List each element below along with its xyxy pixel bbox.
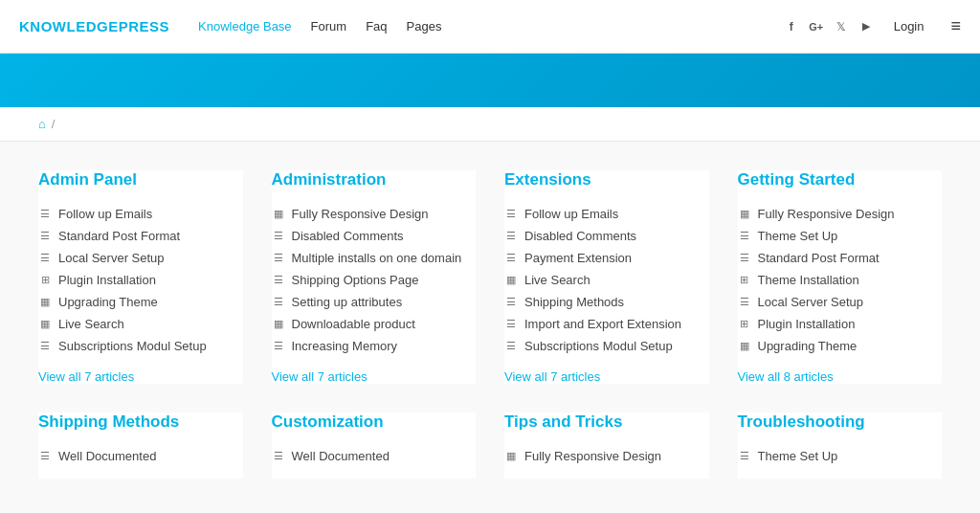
article-item[interactable]: ⊞Theme Installation [738,269,943,291]
nav-knowledge-base[interactable]: Knowledge Base [198,19,292,33]
doc-icon: ☰ [738,296,751,309]
article-item[interactable]: ⊞Plugin Installation [738,313,943,335]
article-item[interactable]: ▦Fully Responsive Design [272,203,477,225]
category-title-getting-started: Getting Started [738,170,943,190]
site-logo[interactable]: KNOWLEDGEPRESS [19,18,169,34]
article-list-tips-tricks: ▦Fully Responsive Design [504,445,709,467]
article-label: Follow up Emails [524,207,618,221]
category-tips-tricks: Tips and Tricks▦Fully Responsive Design [504,413,709,479]
article-item[interactable]: ☰Standard Post Format [738,247,943,269]
category-title-customization: Customization [272,413,477,432]
category-extensions: Extensions☰Follow up Emails☰Disabled Com… [504,170,709,384]
facebook-icon[interactable]: f [783,18,800,35]
article-label: Plugin Installation [758,317,856,331]
nav-pages[interactable]: Pages [407,19,442,33]
logo-accent: PRESS [119,18,169,34]
article-item[interactable]: ☰Disabled Comments [504,225,709,247]
article-item[interactable]: ▦Fully Responsive Design [504,445,709,467]
category-shipping-methods: Shipping Methods☰Well Documented [38,413,243,479]
article-item[interactable]: ☰Shipping Methods [504,291,709,313]
article-item[interactable]: ☰Shipping Options Page [272,269,477,291]
article-label: Subscriptions Modul Setup [524,339,673,353]
view-all-link-extensions[interactable]: View all 7 articles [504,369,600,384]
article-label: Upgrading Theme [758,339,858,353]
article-item[interactable]: ⊞Plugin Installation [38,269,243,291]
site-header: KNOWLEDGEPRESS Knowledge Base Forum Faq … [0,0,980,54]
article-label: Setting up attributes [292,295,403,309]
category-title-extensions: Extensions [504,170,709,190]
article-item[interactable]: ☰Theme Set Up [738,225,943,247]
article-item[interactable]: ☰Setting up attributes [272,291,477,313]
article-item[interactable]: ☰Local Server Setup [738,291,943,313]
doc-icon: ☰ [38,230,52,243]
article-list-extensions: ☰Follow up Emails☰Disabled Comments☰Paym… [504,203,709,357]
main-content: Admin Panel☰Follow up Emails☰Standard Po… [0,142,980,513]
login-link[interactable]: Login [894,19,924,33]
article-item[interactable]: ☰Multiple installs on one domain [272,247,477,269]
grid-icon: ⊞ [738,274,751,287]
doc-icon: ☰ [504,296,518,309]
article-label: Upgrading Theme [58,295,158,309]
article-label: Fully Responsive Design [292,207,429,221]
article-label: Live Search [58,317,124,331]
view-all-link-getting-started[interactable]: View all 8 articles [738,369,834,384]
doc-icon: ☰ [38,340,52,353]
category-title-tips-tricks: Tips and Tricks [504,413,709,432]
article-item[interactable]: ☰Increasing Memory [272,335,477,357]
article-list-admin-panel: ☰Follow up Emails☰Standard Post Format☰L… [38,203,243,357]
nav-faq[interactable]: Faq [366,19,387,33]
img-icon: ▦ [738,340,751,353]
article-item[interactable]: ☰Follow up Emails [504,203,709,225]
article-label: Shipping Methods [524,295,624,309]
article-item[interactable]: ☰Local Server Setup [38,247,243,269]
view-all-link-admin-panel[interactable]: View all 7 articles [38,369,134,384]
img-icon: ▦ [38,296,52,309]
article-list-getting-started: ▦Fully Responsive Design☰Theme Set Up☰St… [738,203,943,357]
header-right: f G+ 𝕏 ▶ Login ≡ [783,16,961,36]
breadcrumb-home-icon[interactable]: ⌂ [38,117,46,131]
article-list-customization: ☰Well Documented [272,445,477,467]
article-item[interactable]: ☰Theme Set Up [738,445,943,467]
doc-icon: ☰ [504,340,518,353]
doc-icon: ☰ [38,450,52,463]
img-icon: ▦ [504,450,518,463]
article-list-troubleshooting: ☰Theme Set Up [738,445,943,467]
article-label: Standard Post Format [758,251,880,265]
article-item[interactable]: ▦Fully Responsive Design [738,203,943,225]
article-item[interactable]: ☰Standard Post Format [38,225,243,247]
nav-forum[interactable]: Forum [311,19,347,33]
article-item[interactable]: ☰Subscriptions Modul Setup [38,335,243,357]
logo-text: KNOWLEDGE [19,18,119,34]
article-label: Fully Responsive Design [524,449,661,463]
categories-grid: Admin Panel☰Follow up Emails☰Standard Po… [38,170,942,384]
view-all-link-administration[interactable]: View all 7 articles [272,369,368,384]
article-item[interactable]: ☰Follow up Emails [38,203,243,225]
doc-icon: ☰ [38,252,52,265]
article-label: Well Documented [292,449,390,463]
doc-icon: ☰ [738,230,751,243]
article-item[interactable]: ☰Well Documented [272,445,477,467]
article-item[interactable]: ▦Live Search [38,313,243,335]
article-label: Local Server Setup [758,295,864,309]
article-item[interactable]: ▦Downloadable product [272,313,477,335]
article-list-shipping-methods: ☰Well Documented [38,445,243,467]
youtube-icon[interactable]: ▶ [858,18,875,35]
article-item[interactable]: ▦Upgrading Theme [738,335,943,357]
article-label: Multiple installs on one domain [292,251,462,265]
article-item[interactable]: ☰Subscriptions Modul Setup [504,335,709,357]
article-item[interactable]: ☰Well Documented [38,445,243,467]
article-label: Plugin Installation [58,273,156,287]
article-item[interactable]: ▦Upgrading Theme [38,291,243,313]
doc-icon: ☰ [272,274,285,287]
hamburger-icon[interactable]: ≡ [950,16,961,36]
twitter-icon[interactable]: 𝕏 [833,18,850,35]
article-item[interactable]: ▦Live Search [504,269,709,291]
grid-icon: ⊞ [738,318,751,331]
main-nav: Knowledge Base Forum Faq Pages [198,19,441,33]
article-item[interactable]: ☰Import and Export Extension [504,313,709,335]
googleplus-icon[interactable]: G+ [808,18,825,35]
article-item[interactable]: ☰Disabled Comments [272,225,477,247]
article-label: Local Server Setup [58,251,165,265]
article-item[interactable]: ☰Payment Extension [504,247,709,269]
article-label: Fully Responsive Design [758,207,895,221]
